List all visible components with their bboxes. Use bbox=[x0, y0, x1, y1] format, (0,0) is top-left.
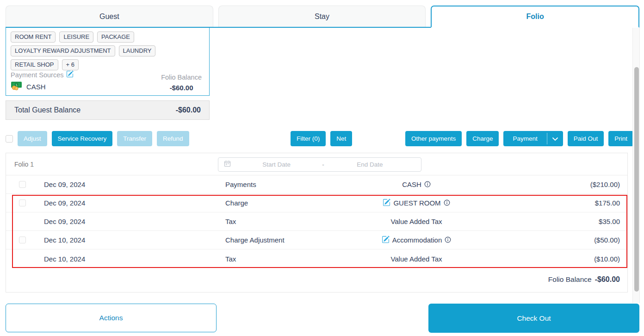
total-guest-balance-bar: Total Guest Balance -$60.00 bbox=[6, 100, 210, 120]
print-button[interactable]: Print bbox=[608, 131, 633, 146]
adjust-button[interactable]: Adjust bbox=[18, 131, 47, 146]
info-icon[interactable] bbox=[424, 181, 431, 189]
row-type: Tax bbox=[220, 218, 333, 225]
net-button[interactable]: Net bbox=[330, 131, 352, 146]
row-amount: $175.00 bbox=[500, 199, 620, 207]
edit-icon[interactable] bbox=[382, 236, 390, 245]
table-row: Dec 09, 2024 Charge GUEST ROOM $175.00 bbox=[6, 194, 627, 212]
svg-text:$: $ bbox=[15, 83, 17, 87]
tab-stay[interactable]: Stay bbox=[218, 6, 426, 27]
total-guest-balance-label: Total Guest Balance bbox=[14, 106, 80, 114]
row-amount: ($10.00) bbox=[500, 255, 620, 263]
folio-balance-footer: Folio Balance -$60.00 bbox=[548, 275, 620, 284]
start-date-input[interactable]: Start Date bbox=[231, 161, 322, 168]
info-icon[interactable] bbox=[445, 236, 451, 244]
guest-summary-card: ROOM RENTLEISUREPACKAGELOYALTY REWARD AD… bbox=[6, 28, 210, 96]
folio-balance-label: Folio Balance bbox=[161, 74, 202, 81]
transfer-button[interactable]: Transfer bbox=[117, 131, 152, 146]
vertical-scrollbar-thumb[interactable] bbox=[634, 67, 639, 292]
payment-method-label: CASH bbox=[26, 83, 46, 91]
payment-button[interactable]: Payment bbox=[503, 131, 546, 146]
category-tag: LEISURE bbox=[59, 31, 93, 43]
other-payments-button[interactable]: Other payments bbox=[405, 131, 462, 146]
row-type: Payments bbox=[220, 180, 333, 188]
row-checkbox[interactable] bbox=[19, 236, 26, 243]
category-tag: RETAIL SHOP bbox=[11, 59, 58, 70]
more-tags-chip[interactable]: + 6 bbox=[62, 59, 79, 70]
row-description: Accommodation bbox=[392, 236, 442, 244]
row-checkbox[interactable] bbox=[19, 199, 26, 206]
payment-sources-label: Payment Sources bbox=[11, 71, 63, 79]
category-tag: LOYALTY REWARD ADJUSTMENT bbox=[11, 45, 115, 56]
table-row: Dec 10, 2024 Tax Value Added Tax ($10.00… bbox=[6, 249, 627, 268]
row-description: GUEST ROOM bbox=[393, 199, 440, 207]
row-amount: ($210.00) bbox=[500, 180, 620, 188]
edit-icon[interactable] bbox=[383, 199, 390, 208]
paid-out-button[interactable]: Paid Out bbox=[568, 131, 604, 146]
info-icon[interactable] bbox=[444, 199, 450, 207]
table-row: Dec 10, 2024 Charge Adjustment Accommoda… bbox=[6, 231, 627, 249]
select-all-checkbox[interactable] bbox=[6, 135, 13, 143]
row-date: Dec 10, 2024 bbox=[38, 255, 220, 263]
row-type: Charge bbox=[220, 199, 333, 207]
row-description: Value Added Tax bbox=[390, 255, 442, 263]
row-date: Dec 10, 2024 bbox=[38, 236, 220, 244]
row-type: Tax bbox=[220, 255, 333, 263]
filter-button[interactable]: Filter (0) bbox=[291, 131, 326, 146]
folio-toolbar: Adjust Service Recovery Transfer Refund … bbox=[6, 131, 633, 146]
vertical-scrollbar-track[interactable] bbox=[632, 28, 640, 303]
payment-dropdown-toggle[interactable] bbox=[547, 131, 563, 146]
category-tag: LAUNDRY bbox=[119, 45, 156, 56]
refund-button[interactable]: Refund bbox=[157, 131, 189, 146]
folio-table-card: Folio 1 Start Date - End Date Dec 09, 20… bbox=[6, 153, 628, 292]
tab-bar: Guest Stay Folio bbox=[6, 6, 639, 28]
tab-folio[interactable]: Folio bbox=[431, 6, 639, 28]
row-amount: ($50.00) bbox=[500, 236, 620, 244]
row-amount: $35.00 bbox=[500, 218, 620, 225]
tab-guest[interactable]: Guest bbox=[6, 6, 213, 27]
service-recovery-button[interactable]: Service Recovery bbox=[52, 131, 113, 146]
row-description: CASH bbox=[402, 180, 421, 188]
category-tag: ROOM RENT bbox=[11, 31, 56, 43]
row-date: Dec 09, 2024 bbox=[38, 218, 220, 225]
charge-category-tags: ROOM RENTLEISUREPACKAGELOYALTY REWARD AD… bbox=[11, 31, 205, 70]
folio-balance-footer-value: -$60.00 bbox=[595, 275, 620, 284]
cash-icon: $ bbox=[11, 81, 23, 92]
end-date-input[interactable]: End Date bbox=[324, 161, 415, 168]
folio-balance-value: -$60.00 bbox=[161, 84, 202, 92]
row-type: Charge Adjustment bbox=[220, 236, 333, 244]
total-guest-balance-value: -$60.00 bbox=[176, 106, 201, 114]
edit-icon[interactable] bbox=[66, 70, 74, 79]
payment-split-button: Payment bbox=[503, 131, 563, 146]
table-row: Dec 09, 2024 Tax Value Added Tax $35.00 bbox=[6, 212, 627, 231]
folio-rows: Dec 09, 2024 Payments CASH ($210.00) Dec… bbox=[6, 175, 627, 268]
date-range-picker[interactable]: Start Date - End Date bbox=[218, 157, 421, 172]
folio-title: Folio 1 bbox=[14, 153, 34, 175]
charge-button[interactable]: Charge bbox=[466, 131, 499, 146]
chevron-down-icon bbox=[552, 135, 558, 143]
row-description: Value Added Tax bbox=[390, 218, 442, 225]
folio-table-header: Folio 1 Start Date - End Date bbox=[6, 153, 627, 175]
row-date: Dec 09, 2024 bbox=[38, 199, 220, 207]
row-checkbox[interactable] bbox=[19, 181, 26, 188]
row-date: Dec 09, 2024 bbox=[38, 180, 220, 188]
check-out-button[interactable]: Check Out bbox=[428, 304, 639, 333]
table-row: Dec 09, 2024 Payments CASH ($210.00) bbox=[6, 175, 627, 194]
category-tag: PACKAGE bbox=[97, 31, 134, 43]
folio-screen: Guest Stay Folio ROOM RENTLEISUREPACKAGE… bbox=[0, 0, 644, 336]
folio-balance-footer-label: Folio Balance bbox=[548, 275, 592, 284]
calendar-icon bbox=[224, 160, 231, 169]
actions-button[interactable]: Actions bbox=[6, 304, 217, 332]
